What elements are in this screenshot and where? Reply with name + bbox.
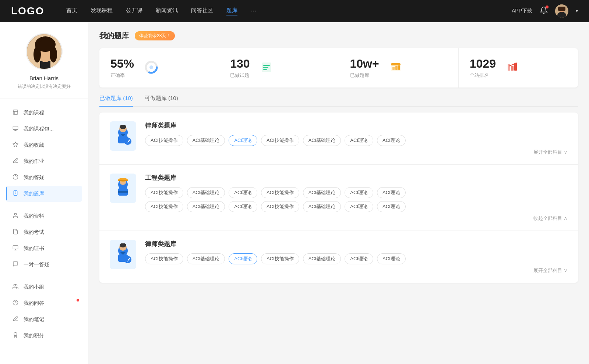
sidebar: Brian Harris 错误的决定比没有决定要好 我的课程: [0, 22, 88, 364]
svg-point-10: [36, 40, 54, 52]
avatar-image: [555, 4, 568, 18]
stat-done-questions-label: 已做试题: [230, 72, 250, 79]
sidebar-item-my-question[interactable]: 我的问答: [6, 295, 82, 311]
stat-done-questions-content: 130 已做试题: [230, 57, 250, 79]
tag-lawyer-1-4[interactable]: ACI基础理论: [303, 135, 341, 146]
sidebar-item-my-notes[interactable]: 我的笔记: [6, 311, 82, 328]
sidebar-item-wrapper-my-question: 我的问答: [6, 295, 82, 311]
stat-done-banks-content: 10w+ 已做题库: [350, 57, 379, 79]
notes-icon: [12, 316, 19, 323]
tag-eng-2-6[interactable]: ACI理论: [377, 201, 406, 212]
svg-rect-46: [118, 180, 128, 181]
subject-card-engineer: 工程类题库 ACI技能操作 ACI基础理论 ACI理论 ACI技能操作 ACI基…: [99, 165, 578, 231]
tag-lawyer-2-3[interactable]: ACI技能操作: [261, 253, 299, 264]
tag-lawyer-2-2[interactable]: ACI理论: [229, 253, 257, 264]
svg-point-20: [14, 332, 17, 335]
collapse-btn-engineer[interactable]: 收起全部科目 ∧: [145, 215, 568, 222]
tag-lawyer-2-1[interactable]: ACI基础理论: [187, 253, 225, 264]
done-banks-icon: [389, 61, 402, 75]
sidebar-item-my-exam[interactable]: 我的考试: [6, 224, 82, 240]
app-download-button[interactable]: APP下载: [512, 8, 532, 14]
sidebar-item-wrapper-qa: 我的答疑: [6, 169, 82, 186]
sidebar-item-my-quiz[interactable]: 我的题库: [6, 186, 82, 202]
tag-eng-1-0[interactable]: ACI技能操作: [145, 187, 183, 198]
expand-btn-lawyer-2[interactable]: 展开全部科目 ∨: [145, 267, 568, 274]
sidebar-item-favorites[interactable]: 我的收藏: [6, 137, 82, 153]
tag-eng-1-4[interactable]: ACI基础理论: [303, 187, 341, 198]
nav-more[interactable]: ···: [251, 7, 256, 15]
sidebar-profile: Brian Harris 错误的决定比没有决定要好: [0, 33, 88, 99]
svg-point-18: [14, 284, 15, 286]
sidebar-item-my-courses[interactable]: 我的课程: [6, 105, 82, 121]
tag-lawyer-1-0[interactable]: ACI技能操作: [145, 135, 183, 146]
nav-link-qa[interactable]: 问答社区: [191, 7, 213, 15]
tag-eng-2-4[interactable]: ACI基础理论: [303, 201, 341, 212]
tag-eng-2-5[interactable]: ACI理论: [345, 201, 373, 212]
svg-rect-31: [395, 66, 398, 70]
tag-eng-1-5[interactable]: ACI理论: [345, 187, 373, 198]
nav-link-home[interactable]: 首页: [66, 7, 77, 15]
svg-rect-17: [13, 246, 18, 249]
sidebar-item-homework[interactable]: 我的作业: [6, 153, 82, 169]
tag-eng-2-0[interactable]: ACI技能操作: [145, 201, 183, 212]
tab-available-banks[interactable]: 可做题库 (10): [145, 95, 178, 106]
tag-lawyer-2-4[interactable]: ACI基础理论: [303, 253, 341, 264]
cert-icon: [12, 245, 19, 252]
tag-lawyer-1-3[interactable]: ACI技能操作: [261, 135, 299, 146]
tag-eng-2-3[interactable]: ACI技能操作: [261, 201, 299, 212]
sidebar-item-wrapper-points: 我的积分: [6, 328, 82, 344]
profile-motto: 错误的决定比没有决定要好: [18, 83, 71, 90]
stat-accuracy: 55% 正确率: [99, 48, 219, 88]
sidebar-item-my-cert[interactable]: 我的证书: [6, 240, 82, 257]
tag-lawyer-1-5[interactable]: ACI理论: [345, 135, 373, 146]
svg-rect-11: [13, 110, 18, 114]
sidebar-item-my-group[interactable]: 我的小组: [6, 279, 82, 295]
nav-link-news[interactable]: 新闻资讯: [156, 7, 178, 15]
exam-icon: [12, 229, 19, 236]
tag-lawyer-1-6[interactable]: ACI理论: [377, 135, 406, 146]
tag-eng-1-6[interactable]: ACI理论: [377, 187, 406, 198]
stat-global-rank-value: 1029: [470, 57, 496, 71]
tag-lawyer-2-5[interactable]: ACI理论: [345, 253, 373, 264]
tab-done-banks[interactable]: 已做题库 (10): [99, 95, 133, 106]
stat-done-questions-value: 130: [230, 57, 250, 71]
question-notification-dot: [77, 299, 79, 301]
tags-row-lawyer-2: ACI技能操作 ACI基础理论 ACI理论 ACI技能操作 ACI基础理论 AC…: [145, 253, 568, 264]
main-content: 我的题库 体验剩余23天！ 55% 正确率: [88, 22, 589, 364]
svg-rect-32: [398, 65, 400, 70]
nav-link-quiz[interactable]: 题库: [226, 7, 237, 15]
tag-eng-1-3[interactable]: ACI技能操作: [261, 187, 299, 198]
page-title: 我的题库: [99, 31, 129, 41]
svg-rect-26: [263, 67, 268, 68]
sidebar-item-my-profile[interactable]: 我的资料: [6, 208, 82, 224]
tag-lawyer-1-1[interactable]: ACI基础理论: [187, 135, 225, 146]
notification-dot: [546, 6, 549, 8]
nav-link-courses[interactable]: 发现课程: [91, 7, 113, 15]
stat-global-rank-label: 全站排名: [470, 72, 496, 79]
svg-point-16: [14, 213, 16, 215]
sidebar-item-one-on-one[interactable]: 一对一答疑: [6, 257, 82, 273]
stat-accuracy-content: 55% 正确率: [110, 57, 134, 79]
tag-eng-2-1[interactable]: ACI基础理论: [187, 201, 225, 212]
svg-rect-53: [118, 254, 128, 262]
notification-bell[interactable]: [540, 6, 548, 16]
sidebar-item-my-points[interactable]: 我的积分: [6, 328, 82, 344]
expand-btn-lawyer-1[interactable]: 展开全部科目 ∨: [145, 149, 568, 156]
tag-eng-2-2[interactable]: ACI理论: [229, 201, 257, 212]
nav-link-open[interactable]: 公开课: [126, 7, 142, 15]
sidebar-item-wrapper-group: 我的小组: [6, 279, 82, 295]
tags-row-engineer-1: ACI技能操作 ACI基础理论 ACI理论 ACI技能操作 ACI基础理论 AC…: [145, 187, 568, 198]
tag-lawyer-2-6[interactable]: ACI理论: [377, 253, 406, 264]
tag-eng-1-2[interactable]: ACI理论: [229, 187, 257, 198]
avatar-chevron[interactable]: ▾: [576, 8, 578, 14]
subject-card-lawyer-2: 律师类题库 ACI技能操作 ACI基础理论 ACI理论 ACI技能操作 ACI基…: [99, 231, 578, 283]
profile-icon: [12, 213, 19, 220]
avatar[interactable]: [555, 4, 568, 18]
tag-eng-1-1[interactable]: ACI基础理论: [187, 187, 225, 198]
tag-lawyer-1-2[interactable]: ACI理论: [229, 135, 257, 146]
sidebar-item-my-qa[interactable]: 我的答疑: [6, 169, 82, 186]
tag-lawyer-2-0[interactable]: ACI技能操作: [145, 253, 183, 264]
sidebar-item-course-package[interactable]: 我的课程包...: [6, 121, 82, 137]
subject-content-engineer: 工程类题库 ACI技能操作 ACI基础理论 ACI理论 ACI技能操作 ACI基…: [145, 174, 568, 222]
sidebar-divider-1: [12, 205, 76, 205]
